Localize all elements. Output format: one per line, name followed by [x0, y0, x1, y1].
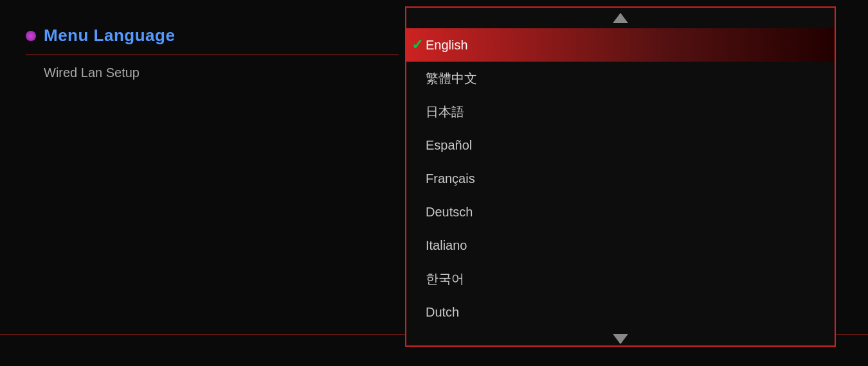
language-label: Italiano: [426, 238, 467, 253]
language-label: Français: [426, 171, 475, 186]
menu-language-header: Menu Language: [26, 26, 399, 46]
left-panel: Menu Language Wired Lan Setup: [26, 26, 399, 80]
language-label: 한국어: [426, 270, 464, 288]
language-label: Deutsch: [426, 205, 473, 220]
language-item-english[interactable]: ✓English: [406, 28, 835, 62]
scroll-up-arrow[interactable]: [406, 8, 835, 28]
language-list: ✓English繁體中文日本語EspañolFrançaisDeutschIta…: [406, 28, 835, 329]
bullet-icon: [26, 31, 36, 41]
scroll-down-arrow[interactable]: [406, 329, 835, 349]
language-label: Español: [426, 138, 472, 153]
language-label: 日本語: [426, 103, 464, 121]
language-item-spanish[interactable]: Español: [406, 128, 835, 162]
wired-lan-label[interactable]: Wired Lan Setup: [26, 65, 399, 80]
arrow-down-icon: [613, 334, 628, 344]
language-dropdown: ✓English繁體中文日本語EspañolFrançaisDeutschIta…: [405, 6, 836, 347]
language-item-italian[interactable]: Italiano: [406, 229, 835, 262]
arrow-up-icon: [613, 13, 628, 23]
language-item-japanese[interactable]: 日本語: [406, 95, 835, 128]
menu-language-divider: [26, 55, 399, 55]
language-label: Dutch: [426, 305, 459, 320]
language-item-dutch[interactable]: Dutch: [406, 295, 835, 329]
language-item-french[interactable]: Français: [406, 162, 835, 195]
checkmark-icon: ✓: [411, 37, 423, 53]
language-item-korean[interactable]: 한국어: [406, 262, 835, 295]
language-item-german[interactable]: Deutsch: [406, 195, 835, 229]
menu-language-title: Menu Language: [44, 26, 175, 46]
language-label: 繁體中文: [426, 70, 477, 87]
language-item-traditional-chinese[interactable]: 繁體中文: [406, 62, 835, 95]
language-label: English: [426, 38, 468, 53]
